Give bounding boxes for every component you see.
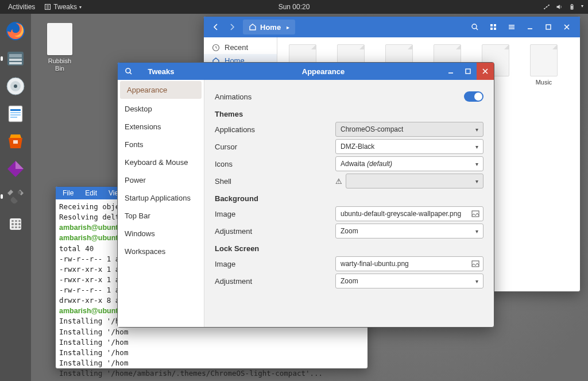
system-menu-arrow[interactable]: ▾ <box>581 3 583 10</box>
maximize-button[interactable] <box>459 63 477 80</box>
nav-forward-button[interactable] <box>225 20 239 34</box>
network-icon[interactable] <box>543 3 550 10</box>
volume-icon[interactable] <box>556 3 563 10</box>
svg-rect-20 <box>13 140 18 144</box>
menu-edit[interactable]: Edit <box>80 188 102 198</box>
svg-rect-17 <box>10 112 21 113</box>
search-button[interactable] <box>125 67 133 75</box>
files-headerbar: Home ▸ <box>204 17 580 37</box>
svg-rect-30 <box>466 69 470 74</box>
svg-rect-23 <box>490 24 493 26</box>
menu-file[interactable]: File <box>58 188 78 198</box>
ls-adjustment-dropdown[interactable]: Zoom▾ <box>335 274 483 288</box>
clock-icon <box>212 44 220 52</box>
ls-image-button[interactable]: warty-final-ubuntu.png <box>335 256 483 271</box>
tweaks-sidebar: Appearance Desktop Extensions Fonts Keyb… <box>118 80 204 327</box>
bg-image-label: Image <box>215 210 335 218</box>
nav-back-button[interactable] <box>208 20 223 34</box>
animations-switch[interactable] <box>464 91 483 102</box>
sidebar-workspaces[interactable]: Workspaces <box>118 243 204 260</box>
hamburger-button[interactable] <box>504 20 519 34</box>
ls-image-label: Image <box>215 260 335 268</box>
svg-rect-18 <box>10 114 21 116</box>
svg-rect-26 <box>494 28 496 30</box>
bg-adjustment-label: Adjustment <box>215 227 335 236</box>
trash-label: Rubbish Bin <box>44 57 76 72</box>
view-grid-button[interactable] <box>486 20 501 34</box>
dock-files[interactable] <box>3 46 28 71</box>
tweaks-window: Tweaks Appearance Appearance Desktop Ext… <box>117 62 494 328</box>
dock <box>0 14 31 381</box>
svg-point-29 <box>126 68 130 73</box>
sidebar-appearance[interactable]: Appearance <box>120 81 202 99</box>
battery-icon[interactable] <box>568 3 575 10</box>
sidebar-recent[interactable]: Recent <box>204 41 277 54</box>
svg-rect-11 <box>9 62 22 64</box>
shell-dropdown: ▾ <box>346 174 483 188</box>
clock[interactable]: Sun 00:20 <box>278 3 310 11</box>
sidebar-windows[interactable]: Windows <box>118 225 204 243</box>
top-bar: Activities Tweaks ▾ Sun 00:20 ▾ <box>0 0 588 14</box>
close-button[interactable] <box>559 20 574 34</box>
grid-item[interactable]: Music <box>525 44 562 86</box>
sidebar-recent-label: Recent <box>225 43 248 52</box>
icons-label: Icons <box>215 160 335 168</box>
tweaks-headerbar: Tweaks Appearance <box>118 63 494 80</box>
path-bar[interactable]: Home ▸ <box>243 20 295 34</box>
warning-icon: ⚠ <box>335 177 342 186</box>
maximize-button[interactable] <box>541 20 556 34</box>
applications-dropdown[interactable]: ChromeOS-compact▾ <box>335 122 483 137</box>
sidebar-startup-apps[interactable]: Startup Applications <box>118 189 204 207</box>
search-button[interactable] <box>467 20 482 34</box>
sidebar-top-bar[interactable]: Top Bar <box>118 207 204 225</box>
dock-tweaks[interactable] <box>3 184 28 209</box>
image-icon <box>471 210 479 217</box>
svg-rect-25 <box>490 28 493 30</box>
close-button[interactable] <box>477 63 494 80</box>
svg-point-21 <box>18 191 21 194</box>
themes-heading: Themes <box>215 105 483 121</box>
dock-rhythmbox[interactable] <box>3 74 28 99</box>
svg-rect-10 <box>9 59 22 61</box>
dock-show-apps[interactable] <box>3 211 28 237</box>
svg-rect-24 <box>494 24 496 26</box>
shell-label: Shell <box>215 177 335 186</box>
bg-adjustment-dropdown[interactable]: Zoom▾ <box>335 224 483 238</box>
image-icon <box>471 260 479 267</box>
lockscreen-heading: Lock Screen <box>215 240 483 255</box>
svg-rect-9 <box>9 54 22 57</box>
bg-image-button[interactable]: ubuntu-default-greyscale-wallpaper.png <box>335 206 483 221</box>
svg-rect-19 <box>10 117 17 118</box>
minimize-button[interactable] <box>523 20 537 34</box>
app-menu-label[interactable]: Tweaks <box>53 3 77 11</box>
dock-app-purple[interactable] <box>3 156 28 182</box>
cursor-label: Cursor <box>215 143 335 151</box>
svg-rect-16 <box>10 109 21 111</box>
tweaks-title: Tweaks <box>148 67 174 76</box>
svg-rect-6 <box>571 6 573 9</box>
path-home-label: Home <box>260 23 281 32</box>
app-menu-icon[interactable]: Tweaks ▾ <box>41 3 82 11</box>
sidebar-desktop[interactable]: Desktop <box>118 100 204 118</box>
sidebar-keyboard-mouse[interactable]: Keyboard & Mouse <box>118 153 204 171</box>
applications-label: Applications <box>215 125 335 134</box>
svg-rect-5 <box>571 4 572 5</box>
ls-adjustment-label: Adjustment <box>215 277 335 286</box>
tweaks-content: Animations Themes Applications ChromeOS-… <box>204 80 494 327</box>
svg-point-14 <box>14 84 17 88</box>
home-icon <box>249 23 257 31</box>
tweaks-subtitle: Appearance <box>204 67 442 76</box>
dock-libreoffice[interactable] <box>3 101 28 126</box>
dock-software[interactable] <box>3 129 28 154</box>
sidebar-power[interactable]: Power <box>118 171 204 189</box>
dock-firefox[interactable] <box>3 18 28 44</box>
svg-point-22 <box>472 24 477 29</box>
icons-dropdown[interactable]: Adwaita (default)▾ <box>335 156 483 171</box>
animations-label: Animations <box>215 93 335 101</box>
cursor-dropdown[interactable]: DMZ-Black▾ <box>335 139 483 154</box>
sidebar-extensions[interactable]: Extensions <box>118 118 204 136</box>
desktop-trash[interactable]: Rubbish Bin <box>44 23 76 72</box>
activities-button[interactable]: Activities <box>5 2 38 12</box>
minimize-button[interactable] <box>442 63 459 80</box>
sidebar-fonts[interactable]: Fonts <box>118 136 204 153</box>
